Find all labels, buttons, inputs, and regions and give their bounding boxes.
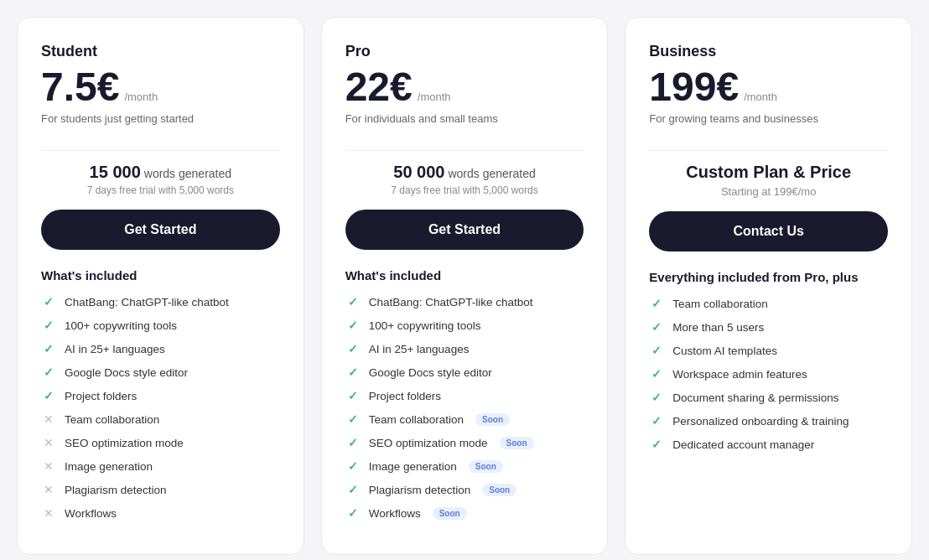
feature-text-student-1: 100+ copywriting tools xyxy=(65,319,177,332)
price-amount-student: 7.5€ xyxy=(41,67,119,107)
cta-button-business[interactable]: Contact Us xyxy=(649,211,888,251)
check-icon: ✓ xyxy=(41,388,56,403)
feature-text-pro-6: SEO optimization mode xyxy=(369,437,488,449)
feature-text-student-6: SEO optimization mode xyxy=(65,437,184,449)
plan-name-student: Student xyxy=(41,43,280,60)
feature-badge-pro-8: Soon xyxy=(482,484,516,496)
feature-item-pro-5: ✓Team collaborationSoon xyxy=(345,412,584,427)
features-title-business: Everything included from Pro, plus xyxy=(649,270,888,284)
feature-text-business-1: More than 5 users xyxy=(672,321,764,334)
feature-item-pro-1: ✓100+ copywriting tools xyxy=(345,318,584,333)
words-section-student: 15 000words generated7 days free trial w… xyxy=(41,163,280,196)
feature-item-student-8: ✕Plagiarism detection xyxy=(41,482,280,497)
check-icon: ✓ xyxy=(345,341,361,356)
check-icon: ✓ xyxy=(345,412,361,427)
words-trial-student: 7 days free trial with 5,000 words xyxy=(41,184,280,196)
feature-item-student-1: ✓100+ copywriting tools xyxy=(41,318,280,333)
feature-item-pro-2: ✓AI in 25+ languages xyxy=(345,341,584,356)
price-row-business: 199€/month xyxy=(649,67,888,107)
x-icon: ✕ xyxy=(41,412,56,427)
feature-item-pro-4: ✓Project folders xyxy=(345,388,584,403)
check-icon: ✓ xyxy=(345,435,361,450)
feature-item-student-9: ✕Workflows xyxy=(41,506,280,521)
feature-text-student-0: ChatBang: ChatGPT-like chatbot xyxy=(65,296,229,309)
features-title-student: What's included xyxy=(41,268,280,283)
plan-card-business: Business199€/monthFor growing teams and … xyxy=(625,17,912,555)
custom-plan-business: Custom Plan & PriceStarting at 199€/mo xyxy=(649,163,888,198)
feature-item-business-3: ✓Workspace admin features xyxy=(649,366,888,381)
check-icon: ✓ xyxy=(345,506,361,521)
words-count-pro: 50 000 xyxy=(393,163,444,181)
feature-text-pro-5: Team collaboration xyxy=(369,413,464,426)
feature-text-pro-7: Image generation xyxy=(369,460,457,473)
feature-item-pro-8: ✓Plagiarism detectionSoon xyxy=(345,482,584,497)
price-period-student: /month xyxy=(124,91,158,103)
feature-text-pro-9: Workflows xyxy=(369,507,421,520)
cta-button-student[interactable]: Get Started xyxy=(41,210,280,250)
feature-text-business-3: Workspace admin features xyxy=(672,368,807,381)
check-icon: ✓ xyxy=(649,437,664,452)
feature-text-student-3: Google Docs style editor xyxy=(65,366,188,379)
feature-text-business-4: Document sharing & permissions xyxy=(672,391,838,404)
check-icon: ✓ xyxy=(345,365,361,380)
cta-button-pro[interactable]: Get Started xyxy=(345,210,584,250)
price-period-pro: /month xyxy=(418,91,451,103)
words-trial-pro: 7 days free trial with 5,000 words xyxy=(345,184,584,196)
feature-text-student-7: Image generation xyxy=(65,460,153,473)
pricing-container: Student7.5€/monthFor students just getti… xyxy=(17,17,912,555)
check-icon: ✓ xyxy=(41,365,56,380)
divider-pro xyxy=(345,150,584,151)
feature-badge-pro-5: Soon xyxy=(475,413,510,426)
check-icon: ✓ xyxy=(649,390,664,405)
feature-item-student-5: ✕Team collaboration xyxy=(41,412,280,427)
plan-name-business: Business xyxy=(649,43,888,60)
x-icon: ✕ xyxy=(41,482,56,497)
price-period-business: /month xyxy=(744,91,777,103)
feature-item-student-6: ✕SEO optimization mode xyxy=(41,435,280,450)
features-title-pro: What's included xyxy=(345,268,584,283)
price-amount-pro: 22€ xyxy=(345,67,413,107)
feature-text-business-5: Personalized onboarding & training xyxy=(672,415,849,428)
feature-item-pro-6: ✓SEO optimization modeSoon xyxy=(345,435,584,450)
price-row-student: 7.5€/month xyxy=(41,67,280,107)
check-icon: ✓ xyxy=(41,294,56,309)
feature-text-business-6: Dedicated account manager xyxy=(672,438,814,451)
check-icon: ✓ xyxy=(345,294,361,309)
check-icon: ✓ xyxy=(41,341,56,356)
feature-item-business-1: ✓More than 5 users xyxy=(649,319,888,334)
feature-badge-pro-9: Soon xyxy=(433,507,467,520)
feature-item-pro-9: ✓WorkflowsSoon xyxy=(345,506,584,521)
feature-text-student-8: Plagiarism detection xyxy=(65,484,167,496)
feature-text-pro-2: AI in 25+ languages xyxy=(369,343,470,355)
check-icon: ✓ xyxy=(345,388,361,403)
x-icon: ✕ xyxy=(41,506,56,521)
feature-badge-pro-6: Soon xyxy=(500,437,534,449)
check-icon: ✓ xyxy=(649,366,664,381)
divider-business xyxy=(649,150,888,151)
words-label-pro: words generated xyxy=(448,167,535,180)
feature-item-student-2: ✓AI in 25+ languages xyxy=(41,341,280,356)
plan-description-pro: For individuals and small teams xyxy=(345,112,584,125)
custom-plan-sub-business: Starting at 199€/mo xyxy=(649,185,888,198)
feature-text-pro-4: Project folders xyxy=(369,390,441,402)
feature-item-student-4: ✓Project folders xyxy=(41,388,280,403)
feature-text-student-9: Workflows xyxy=(65,507,117,520)
feature-item-pro-0: ✓ChatBang: ChatGPT-like chatbot xyxy=(345,294,584,309)
feature-text-pro-8: Plagiarism detection xyxy=(369,484,471,496)
feature-text-pro-1: 100+ copywriting tools xyxy=(369,319,481,332)
check-icon: ✓ xyxy=(41,318,56,333)
price-row-pro: 22€/month xyxy=(345,67,584,107)
feature-item-business-2: ✓Custom AI templates xyxy=(649,343,888,358)
plan-card-pro: Pro22€/monthFor individuals and small te… xyxy=(321,17,609,555)
feature-item-business-0: ✓Team collaboration xyxy=(649,296,888,311)
divider-student xyxy=(41,150,280,151)
feature-text-business-0: Team collaboration xyxy=(672,298,767,310)
x-icon: ✕ xyxy=(41,435,56,450)
check-icon: ✓ xyxy=(649,343,664,358)
feature-item-pro-7: ✓Image generationSoon xyxy=(345,459,584,474)
feature-item-business-6: ✓Dedicated account manager xyxy=(649,437,888,452)
feature-item-pro-3: ✓Google Docs style editor xyxy=(345,365,584,380)
check-icon: ✓ xyxy=(649,413,664,428)
words-section-pro: 50 000words generated7 days free trial w… xyxy=(345,163,584,196)
feature-item-student-7: ✕Image generation xyxy=(41,459,280,474)
